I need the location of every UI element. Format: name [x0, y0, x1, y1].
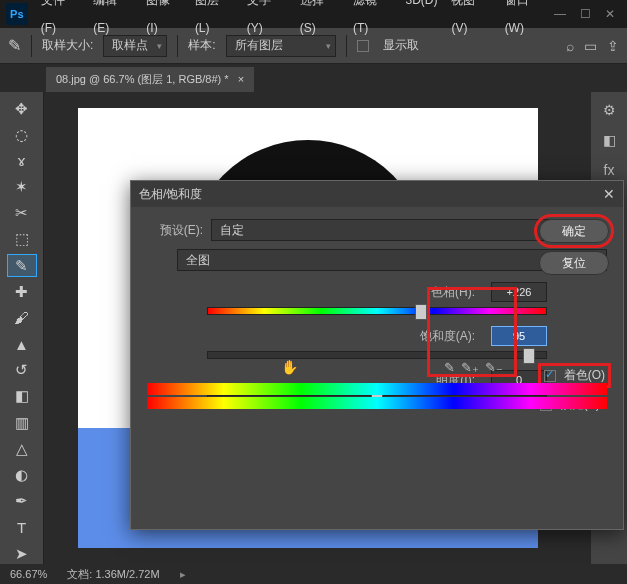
zoom-level[interactable]: 66.67% — [10, 568, 47, 580]
ok-button[interactable]: 确定 — [539, 219, 609, 243]
saturation-slider-thumb[interactable] — [523, 348, 535, 364]
hue-strip-bottom — [147, 397, 607, 409]
menu-file[interactable]: 文件(F) — [34, 0, 86, 42]
eyedropper-add-icon[interactable]: ✎₊ — [461, 360, 479, 375]
brush-tool[interactable]: 🖌 — [8, 307, 36, 328]
saturation-slider-track[interactable] — [207, 351, 547, 359]
lasso-tool[interactable]: ɤ — [8, 150, 36, 171]
colorize-label: 着色(O) — [564, 367, 605, 384]
minimize-icon[interactable]: — — [554, 7, 566, 21]
properties-panel-icon[interactable]: ◧ — [603, 132, 616, 148]
tool-panel: ✥ ◌ ɤ ✶ ✂ ⬚ ✎ ✚ 🖌 ▲ ↺ ◧ ▥ △ ◐ ✒ T ➤ — [0, 92, 44, 564]
type-tool[interactable]: T — [8, 517, 36, 538]
eyedropper-sub-icon[interactable]: ✎₋ — [485, 360, 503, 375]
stamp-tool[interactable]: ▲ — [8, 334, 36, 355]
colorize-checkbox[interactable] — [544, 370, 556, 382]
doc-info[interactable]: 文档: 1.36M/2.72M — [67, 567, 159, 582]
hue-strip-top — [147, 383, 607, 395]
title-bar: Ps 文件(F) 编辑(E) 图像(I) 图层(L) 文字(Y) 选择(S) 滤… — [0, 0, 627, 28]
preset-value: 自定 — [220, 222, 244, 239]
menu-3d[interactable]: 3D(D) — [398, 0, 444, 42]
document-tab[interactable]: 08.jpg @ 66.7% (图层 1, RGB/8#) * × — [46, 67, 254, 92]
dialog-close-icon[interactable]: ✕ — [603, 186, 615, 202]
eyedropper-tool[interactable]: ✎ — [8, 255, 36, 276]
sample-what-select[interactable]: 所有图层 — [226, 35, 336, 57]
workspace-icon[interactable]: ▭ — [584, 38, 597, 54]
adjustments-panel-icon[interactable]: ⚙ — [603, 102, 616, 118]
sample-what-label: 样本: — [188, 37, 215, 54]
search-icon[interactable]: ⌕ — [566, 38, 574, 54]
dialog-title: 色相/饱和度 — [139, 186, 202, 203]
dialog-titlebar[interactable]: 色相/饱和度 ✕ — [131, 181, 623, 207]
hue-slider-thumb[interactable] — [415, 304, 427, 320]
show-sample-ring-label: 显示取 — [383, 37, 419, 54]
show-sample-ring-checkbox[interactable] — [357, 40, 369, 52]
hue-input[interactable]: +226 — [491, 282, 547, 302]
dodge-tool[interactable]: ◐ — [8, 464, 36, 485]
sample-size-select[interactable]: 取样点 — [103, 35, 167, 57]
eyedropper-tool-icon[interactable]: ✎ — [8, 36, 21, 55]
crop-tool[interactable]: ✂ — [8, 203, 36, 224]
share-icon[interactable]: ⇪ — [607, 38, 619, 54]
document-tab-bar: 08.jpg @ 66.7% (图层 1, RGB/8#) * × — [0, 64, 627, 92]
blur-tool[interactable]: △ — [8, 438, 36, 459]
tab-close-icon[interactable]: × — [238, 73, 244, 85]
preset-select[interactable]: 自定 — [211, 219, 587, 241]
hue-slider-track[interactable] — [207, 307, 547, 315]
marquee-tool[interactable]: ◌ — [8, 124, 36, 145]
hue-label: 色相(H): — [207, 284, 491, 301]
menu-view[interactable]: 视图(V) — [444, 0, 497, 42]
document-tab-title: 08.jpg @ 66.7% (图层 1, RGB/8#) * — [56, 73, 229, 85]
path-select-tool[interactable]: ➤ — [8, 543, 36, 564]
reset-button[interactable]: 复位 — [539, 251, 609, 275]
healing-tool[interactable]: ✚ — [8, 281, 36, 302]
pen-tool[interactable]: ✒ — [8, 491, 36, 512]
quick-select-tool[interactable]: ✶ — [8, 177, 36, 198]
history-brush-tool[interactable]: ↺ — [8, 360, 36, 381]
fx-panel-icon[interactable]: fx — [604, 162, 615, 178]
app-logo: Ps — [6, 3, 28, 25]
gradient-tool[interactable]: ▥ — [8, 412, 36, 433]
eraser-tool[interactable]: ◧ — [8, 386, 36, 407]
move-tool[interactable]: ✥ — [8, 98, 36, 119]
sample-size-label: 取样大小: — [42, 37, 93, 54]
hue-saturation-dialog: 色相/饱和度 ✕ 预设(E): 自定 ⚙ 全图 色相(H): +226 饱和度 — [130, 180, 624, 530]
eyedropper-base-icon[interactable]: ✎ — [444, 360, 455, 375]
frame-tool[interactable]: ⬚ — [8, 229, 36, 250]
status-bar: 66.67% 文档: 1.36M/2.72M ▸ — [0, 564, 627, 584]
preset-label: 预设(E): — [147, 222, 203, 239]
scrubby-icon[interactable]: ✋ — [281, 359, 298, 375]
menu-window[interactable]: 窗口(W) — [498, 0, 554, 42]
saturation-input[interactable]: 95 — [491, 326, 547, 346]
saturation-label: 饱和度(A): — [207, 328, 491, 345]
menu-filter[interactable]: 滤镜(T) — [346, 0, 398, 42]
color-range-value: 全图 — [186, 252, 210, 269]
maximize-icon[interactable]: ☐ — [580, 7, 591, 21]
close-icon[interactable]: ✕ — [605, 7, 615, 21]
